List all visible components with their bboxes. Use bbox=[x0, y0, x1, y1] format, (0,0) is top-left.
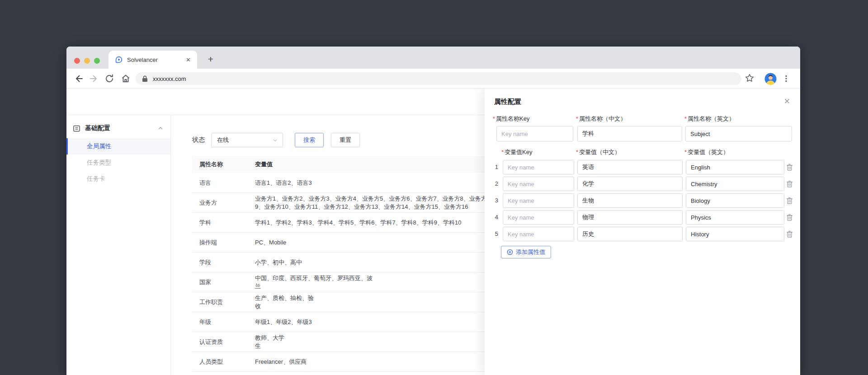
back-icon[interactable] bbox=[74, 74, 84, 84]
var-cn-input[interactable] bbox=[577, 177, 683, 191]
table-row[interactable]: 学科 学科1、学科2、学科3、学科4、学科5、学科6、学科7、学科8、学科9、学… bbox=[192, 213, 494, 233]
var-en-input[interactable] bbox=[686, 160, 784, 174]
sidebar-item-global-attributes[interactable]: 全局属性 bbox=[66, 138, 170, 155]
variable-value-cell: 业务方1、业务方2、业务方3、业务方4、业务方5、业务方6、业务方7、业务方8、… bbox=[255, 195, 494, 211]
browser-toolbar: xxxxxxx.com bbox=[66, 69, 800, 89]
variable-value-cell: 语言1、语言2、语言3 bbox=[255, 179, 494, 187]
attribute-name-cell: 年级 bbox=[192, 318, 255, 326]
var-cn-input[interactable] bbox=[577, 227, 683, 241]
label-text: 属性名称Key bbox=[496, 115, 529, 122]
add-attribute-value-button[interactable]: 添加属性值 bbox=[501, 246, 551, 258]
close-window-button[interactable] bbox=[74, 58, 80, 64]
sidebar-group-basic-config[interactable]: 基础配置 bbox=[66, 119, 170, 137]
chevron-up-icon[interactable] bbox=[158, 126, 163, 131]
bookmark-star-icon[interactable] bbox=[744, 73, 755, 84]
table-row[interactable]: 业务方 业务方1、业务方2、业务方3、业务方4、业务方5、业务方6、业务方7、业… bbox=[192, 193, 494, 213]
var-key-input[interactable] bbox=[503, 210, 574, 225]
sidebar: 基础配置 全局属性 任务类型 任务卡 bbox=[66, 115, 171, 375]
attr-en-input[interactable] bbox=[685, 126, 792, 141]
sidebar-item-label: 任务类型 bbox=[87, 159, 111, 167]
browser-tab[interactable]: Solvelancer ✕ bbox=[108, 51, 197, 69]
sidebar-item-task-cards[interactable]: 任务卡 bbox=[66, 171, 170, 187]
label-text: 变量值（中文） bbox=[579, 149, 620, 155]
var-key-input[interactable] bbox=[503, 193, 574, 208]
var-en-input[interactable] bbox=[686, 227, 784, 241]
column-header-attribute-name: 属性名称 bbox=[192, 160, 255, 169]
var-en-input[interactable] bbox=[686, 177, 784, 191]
variable-value-cell: 年级1、年级2、年级3 bbox=[255, 318, 494, 326]
zoom-window-button[interactable] bbox=[94, 58, 100, 64]
status-select[interactable]: 在线 bbox=[211, 133, 283, 147]
user-avatar[interactable] bbox=[764, 73, 777, 85]
field-label-var-en: *变量值（英文） bbox=[684, 148, 729, 156]
sidebar-item-label: 任务卡 bbox=[87, 175, 105, 183]
var-cn-input[interactable] bbox=[577, 210, 683, 225]
drawer-close-icon[interactable]: ✕ bbox=[784, 97, 790, 106]
delete-row-icon[interactable] bbox=[786, 180, 793, 188]
table-row[interactable]: 人员类型 Freelancer、供应商 bbox=[192, 352, 494, 372]
minimize-window-button[interactable] bbox=[84, 58, 90, 64]
label-text: 变量值（英文） bbox=[688, 149, 729, 155]
attribute-name-cell: 人员类型 bbox=[192, 358, 255, 366]
variable-value-cell: PC、Mobile bbox=[255, 239, 494, 247]
attribute-name-cell: 语言 bbox=[192, 179, 255, 187]
table-row[interactable]: 操作端 PC、Mobile bbox=[192, 233, 494, 253]
row-number: 2 bbox=[492, 180, 498, 187]
config-board-icon bbox=[73, 125, 80, 132]
attribute-name-cell: 学段 bbox=[192, 258, 255, 267]
table-header-row: 属性名称 变量值 bbox=[192, 156, 494, 173]
home-icon[interactable] bbox=[121, 74, 131, 84]
app-page: 基础配置 全局属性 任务类型 任务卡 状态 在线 搜索 重置 属性名称 bbox=[66, 89, 800, 375]
forward-icon[interactable] bbox=[89, 74, 99, 84]
variable-value-cell: 学科1、学科2、学科3、学科4、学科5、学科6、学科7、学科8、学科9、学科10 bbox=[255, 219, 494, 227]
tab-close-icon[interactable]: ✕ bbox=[186, 56, 191, 63]
required-marker: * bbox=[576, 149, 578, 155]
add-button-label: 添加属性值 bbox=[516, 248, 545, 256]
table-row[interactable]: 国家 中国、印度、西班牙、葡萄牙、罗玛西亚、波 兰 bbox=[192, 272, 494, 292]
field-label-attr-cn: *属性名称（中文） bbox=[576, 115, 626, 123]
field-label-var-key: *变量值Key bbox=[501, 148, 532, 156]
delete-row-icon[interactable] bbox=[786, 230, 793, 238]
row-number: 4 bbox=[492, 214, 498, 220]
var-key-input[interactable] bbox=[503, 227, 574, 241]
search-button[interactable]: 搜索 bbox=[295, 133, 324, 147]
var-key-input[interactable] bbox=[503, 160, 574, 174]
delete-row-icon[interactable] bbox=[786, 214, 793, 221]
row-number: 1 bbox=[492, 164, 498, 170]
var-cn-input[interactable] bbox=[577, 193, 683, 208]
var-key-input[interactable] bbox=[503, 177, 574, 191]
label-text: 属性名称（英文） bbox=[688, 115, 735, 122]
variable-value-cell: 小学、初中、高中 bbox=[255, 258, 494, 267]
label-text: 属性名称（中文） bbox=[579, 115, 626, 122]
reset-button[interactable]: 重置 bbox=[331, 133, 360, 147]
var-cn-input[interactable] bbox=[577, 160, 683, 174]
attribute-name-cell: 认证资质 bbox=[192, 338, 255, 346]
row-number: 5 bbox=[492, 230, 498, 237]
delete-row-icon[interactable] bbox=[786, 164, 793, 171]
var-en-input[interactable] bbox=[686, 193, 784, 208]
table-row[interactable]: 工作职责 生产、质检、抽检、验 收 bbox=[192, 292, 494, 312]
table-row[interactable]: 认证资质 教师、大学 生 bbox=[192, 332, 494, 352]
sidebar-item-task-types[interactable]: 任务类型 bbox=[66, 155, 170, 171]
new-tab-button[interactable]: + bbox=[204, 53, 217, 66]
refresh-icon[interactable] bbox=[104, 74, 114, 84]
lock-icon bbox=[142, 75, 148, 82]
drawer-title: 属性配置 bbox=[494, 98, 521, 106]
table-row[interactable]: 学段 小学、初中、高中 bbox=[192, 253, 494, 272]
attribute-name-cell: 操作端 bbox=[192, 239, 255, 247]
table-row[interactable]: 年级 年级1、年级2、年级3 bbox=[192, 312, 494, 332]
delete-row-icon[interactable] bbox=[786, 197, 793, 204]
address-bar[interactable]: xxxxxxx.com bbox=[136, 72, 741, 85]
sidebar-item-label: 全局属性 bbox=[87, 142, 111, 150]
kebab-menu-icon[interactable] bbox=[782, 75, 790, 83]
label-text: 变量值Key bbox=[505, 149, 532, 155]
var-en-input[interactable] bbox=[686, 210, 784, 225]
attributes-table: 属性名称 变量值 语言 语言1、语言2、语言3 业务方 业务方1、业务方2、业务… bbox=[192, 156, 494, 372]
sidebar-group-label: 基础配置 bbox=[85, 124, 151, 132]
attr-cn-input[interactable] bbox=[577, 126, 682, 141]
chevron-down-icon bbox=[273, 138, 278, 143]
tab-title: Solvelancer bbox=[127, 56, 186, 63]
plus-circle-icon bbox=[507, 249, 513, 255]
attr-key-input[interactable] bbox=[496, 126, 573, 141]
table-row[interactable]: 语言 语言1、语言2、语言3 bbox=[192, 173, 494, 193]
